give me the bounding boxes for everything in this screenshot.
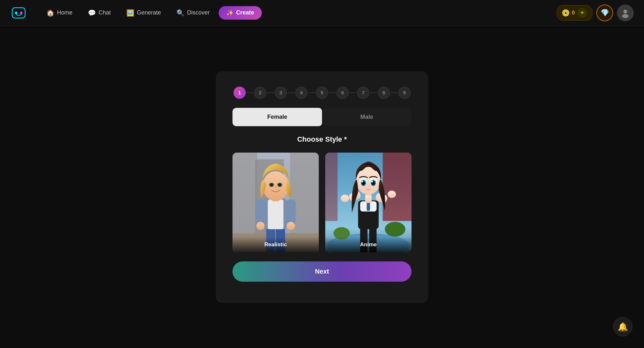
main-content: 1 2 3 4 5 6 7 — [0, 26, 644, 348]
discover-icon: 🔍 — [176, 9, 185, 17]
gender-male-button[interactable]: Male — [322, 108, 412, 126]
step-2[interactable]: 2 — [254, 87, 266, 99]
svg-point-54 — [371, 181, 373, 182]
step-1[interactable]: 1 — [233, 87, 246, 99]
step-3[interactable]: 3 — [275, 87, 287, 99]
user-avatar[interactable] — [617, 5, 634, 21]
step-dash-6 — [349, 92, 356, 93]
svg-point-19 — [256, 221, 265, 230]
step-dash-2 — [267, 92, 274, 93]
svg-rect-30 — [325, 153, 337, 221]
svg-point-4 — [623, 10, 627, 14]
notification-bell[interactable]: 🔔 — [613, 317, 632, 336]
nav-generate[interactable]: 🖼️ Generate — [120, 6, 167, 20]
home-icon: 🏠 — [46, 9, 54, 17]
realistic-label: Realistic — [232, 237, 319, 252]
navbar: 🏠 Home 💬 Chat 🖼️ Generate 🔍 Discover ✨ C… — [0, 0, 644, 26]
step-4[interactable]: 4 — [295, 87, 308, 99]
step-circle-1: 1 — [233, 87, 246, 99]
step-dash-4 — [308, 92, 315, 93]
style-heading: Choose Style * — [232, 135, 412, 144]
svg-point-3 — [20, 12, 23, 14]
step-dash-1 — [246, 92, 253, 93]
style-card-realistic[interactable]: Realistic — [232, 153, 319, 252]
svg-point-25 — [270, 183, 273, 186]
svg-rect-18 — [286, 200, 296, 224]
anime-label: Anime — [325, 237, 412, 252]
nav-chat[interactable]: 💬 Chat — [81, 6, 117, 20]
nav-discover[interactable]: 🔍 Discover — [170, 6, 216, 20]
step-8[interactable]: 8 — [378, 87, 390, 99]
step-circle-5: 5 — [316, 87, 328, 99]
nav-links: 🏠 Home 💬 Chat 🖼️ Generate 🔍 Discover ✨ C… — [40, 6, 557, 20]
step-dash-8 — [391, 92, 398, 93]
svg-point-49 — [361, 181, 363, 182]
svg-point-42 — [341, 194, 349, 202]
chat-icon: 💬 — [88, 9, 96, 17]
premium-badge[interactable]: 💎 — [596, 5, 613, 21]
next-button[interactable]: Next — [232, 261, 412, 282]
nav-chat-label: Chat — [99, 9, 111, 16]
step-7[interactable]: 7 — [357, 87, 369, 99]
nav-home-label: Home — [57, 9, 72, 16]
nav-create-button[interactable]: ✨ Create — [219, 6, 262, 20]
coins-value: 0 — [572, 10, 575, 16]
gender-male-label: Male — [360, 114, 373, 120]
gender-female-button[interactable]: Female — [232, 108, 322, 126]
svg-rect-16 — [268, 200, 283, 229]
step-circle-8: 8 — [378, 87, 390, 99]
step-dash-3 — [288, 92, 295, 93]
step-dash-5 — [329, 92, 336, 93]
step-circle-7: 7 — [357, 87, 369, 99]
svg-point-26 — [279, 183, 281, 186]
svg-rect-39 — [367, 202, 370, 211]
svg-point-31 — [385, 221, 405, 236]
nav-create-label: Create — [236, 9, 254, 16]
nav-home[interactable]: 🏠 Home — [40, 6, 79, 20]
stepper: 1 2 3 4 5 6 7 — [232, 87, 412, 99]
svg-rect-17 — [255, 200, 265, 224]
svg-point-43 — [388, 190, 396, 198]
svg-rect-7 — [232, 153, 257, 233]
add-coins-button[interactable]: + — [577, 8, 587, 18]
nav-right: ● 0 + 💎 — [557, 5, 634, 21]
svg-point-53 — [372, 182, 374, 184]
nav-discover-label: Discover — [187, 9, 210, 16]
step-circle-2: 2 — [254, 87, 266, 99]
step-circle-3: 3 — [275, 87, 287, 99]
style-card-anime[interactable]: Anime — [325, 153, 412, 252]
step-circle-9: 9 — [398, 87, 411, 99]
coin-icon: ● — [562, 9, 569, 16]
gender-female-label: Female — [267, 114, 287, 120]
star-icon: ✨ — [226, 9, 233, 16]
generate-icon: 🖼️ — [126, 9, 134, 17]
next-button-label: Next — [315, 268, 329, 275]
step-dash-7 — [370, 92, 377, 93]
svg-point-22 — [262, 171, 289, 201]
step-9[interactable]: 9 — [398, 87, 411, 99]
svg-point-20 — [287, 221, 295, 230]
step-6[interactable]: 6 — [336, 87, 349, 99]
step-circle-4: 4 — [295, 87, 308, 99]
step-circle-6: 6 — [336, 87, 349, 99]
svg-point-48 — [362, 182, 365, 184]
nav-generate-label: Generate — [137, 9, 161, 16]
svg-rect-44 — [365, 194, 372, 203]
gender-toggle: Female Male — [232, 108, 412, 126]
svg-point-2 — [15, 12, 17, 14]
step-5[interactable]: 5 — [316, 87, 328, 99]
coins-badge[interactable]: ● 0 + — [557, 5, 592, 21]
create-card: 1 2 3 4 5 6 7 — [216, 71, 428, 303]
style-cards: Realistic — [232, 153, 412, 252]
svg-rect-29 — [383, 153, 412, 221]
logo[interactable] — [10, 5, 27, 21]
svg-point-5 — [622, 14, 629, 18]
